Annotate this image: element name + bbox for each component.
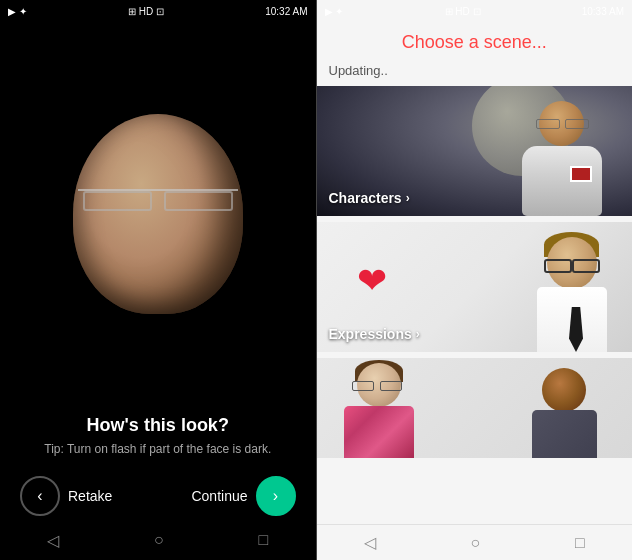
- home-nav-right[interactable]: ○: [471, 534, 481, 552]
- left-bottom-bar: ‹ Retake Continue ›: [0, 461, 316, 524]
- person-right-figure: [527, 368, 602, 458]
- 3d-face-model: [58, 104, 258, 344]
- pl-glasses: [351, 381, 403, 391]
- face-glasses: [78, 189, 238, 209]
- status-right-icons: ▶ ✦: [325, 6, 344, 17]
- characters-label: Characters ›: [329, 190, 410, 206]
- status-left-icons: ▶ ✦: [8, 6, 27, 17]
- face-shape: [73, 114, 243, 314]
- person-left-figure: [337, 363, 422, 458]
- astronaut-suit: [522, 146, 602, 216]
- continue-button[interactable]: Continue ›: [191, 476, 295, 516]
- pl-shirt: [344, 406, 414, 458]
- back-nav-right[interactable]: ◁: [364, 533, 376, 552]
- recent-nav-right[interactable]: □: [575, 534, 585, 552]
- expressions-card[interactable]: ❤ Expressions ›: [317, 222, 633, 352]
- status-time-right: 10:33 AM: [582, 6, 624, 17]
- status-center-icons-right: ⊞ HD ⊡: [445, 6, 481, 17]
- expr-body: [537, 287, 607, 352]
- retake-button[interactable]: ‹ Retake: [20, 476, 112, 516]
- expr-tie: [569, 307, 583, 352]
- status-time-left: 10:32 AM: [265, 6, 307, 17]
- scene-cards-list: Characters › ❤ Expressions ›: [317, 86, 633, 524]
- bottom-card[interactable]: [317, 358, 633, 458]
- retake-label: Retake: [68, 488, 112, 504]
- nav-bar-left: ◁ ○ □: [0, 524, 316, 560]
- expr-glasses: [542, 259, 602, 271]
- expressions-chevron: ›: [416, 327, 420, 341]
- pr-shirt: [532, 410, 597, 458]
- pr-head: [542, 368, 586, 412]
- retake-circle-icon[interactable]: ‹: [20, 476, 60, 516]
- status-bar-left: ▶ ✦ ⊞ HD ⊡ 10:32 AM: [0, 0, 316, 22]
- status-bar-right: ▶ ✦ ⊞ HD ⊡ 10:33 AM: [317, 0, 633, 22]
- suit-badge: [570, 166, 592, 182]
- expressions-label: Expressions ›: [329, 326, 420, 342]
- heart-icon: ❤: [357, 260, 387, 302]
- continue-circle-icon[interactable]: ›: [256, 476, 296, 516]
- nav-bar-right: ◁ ○ □: [317, 524, 633, 560]
- right-panel: ▶ ✦ ⊞ HD ⊡ 10:33 AM Choose a scene... Up…: [317, 0, 633, 560]
- home-nav-left[interactable]: ○: [154, 531, 164, 549]
- left-panel: ▶ ✦ ⊞ HD ⊡ 10:32 AM How's this look? Tip…: [0, 0, 316, 560]
- updating-text: Updating..: [317, 61, 633, 86]
- characters-card[interactable]: Characters ›: [317, 86, 633, 216]
- how-title: How's this look?: [44, 415, 271, 436]
- how-this-look-section: How's this look? Tip: Turn on flash if p…: [24, 405, 291, 461]
- back-nav-left[interactable]: ◁: [47, 531, 59, 550]
- face-preview: [0, 22, 316, 405]
- recent-nav-left[interactable]: □: [258, 531, 268, 549]
- astronaut-glasses: [534, 119, 589, 129]
- status-center-icons-left: ⊞ HD ⊡: [128, 6, 164, 17]
- how-tip: Tip: Turn on flash if part of the face i…: [44, 442, 271, 456]
- choose-scene-title: Choose a scene...: [317, 22, 633, 61]
- continue-label: Continue: [191, 488, 247, 504]
- characters-chevron: ›: [406, 191, 410, 205]
- astronaut-figure: [512, 101, 612, 216]
- expression-figure: [527, 237, 617, 352]
